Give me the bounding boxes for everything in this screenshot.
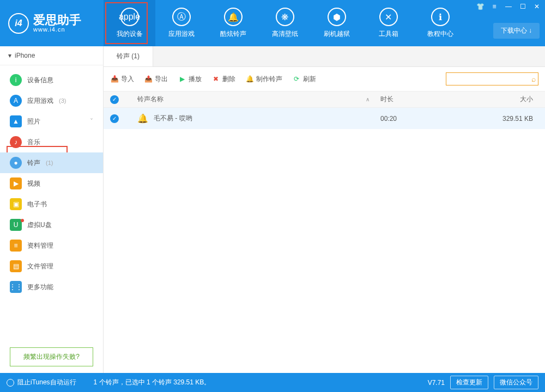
sidebar-item-电子书[interactable]: ▣电子书 — [0, 194, 103, 215]
play-icon: ▶ — [178, 75, 186, 83]
sidebar-icon: ▣ — [10, 198, 22, 210]
device-dropdown[interactable]: ▾ iPhone — [0, 46, 103, 65]
sidebar-icon: i — [10, 74, 22, 86]
skin-icon[interactable]: 👕 — [475, 2, 485, 11]
sidebar-item-虚拟U盘[interactable]: U虚拟U盘 — [0, 215, 103, 235]
tabs: 铃声 (1) — [104, 46, 545, 67]
row-name: 毛不易 - 哎哟 — [154, 114, 192, 123]
sidebar-label: 应用游戏 — [27, 96, 53, 106]
close-icon[interactable]: ✕ — [532, 2, 542, 11]
nav-A[interactable]: Ⓐ应用游戏 — [155, 0, 207, 46]
sidebar-label: 视频 — [27, 179, 40, 188]
faq-button[interactable]: 频繁出现操作失败? — [10, 347, 93, 366]
row-duration: 00:20 — [380, 115, 457, 122]
nav-label: 教程中心 — [427, 29, 453, 39]
table-row[interactable]: ✓🔔毛不易 - 哎哟00:20329.51 KB — [104, 108, 545, 129]
nav-label: 刷机越狱 — [324, 29, 350, 39]
import-icon: 📥 — [110, 75, 119, 83]
search-box[interactable]: ⌕ — [446, 72, 538, 85]
device-name: iPhone — [15, 52, 35, 59]
refresh-button[interactable]: ⟳刷新 — [292, 75, 316, 84]
delete-button[interactable]: ✖删除 — [211, 75, 235, 84]
table-header: ✓ 铃声名称∧ 时长 大小 — [104, 91, 545, 108]
sidebar-icon: ● — [10, 157, 22, 169]
status-bar: 阻止iTunes自动运行 1 个铃声，已选中 1 个铃声 329.51 KB。 … — [0, 373, 545, 392]
nav-i[interactable]: ℹ教程中心 — [414, 0, 466, 46]
sidebar-item-设备信息[interactable]: i设备信息 — [0, 70, 103, 90]
nav-label: 我的设备 — [117, 29, 143, 39]
sidebar-item-照片[interactable]: ▲照片˅ — [0, 111, 103, 132]
nav-flower[interactable]: ❋高清壁纸 — [259, 0, 311, 46]
column-size[interactable]: 大小 — [457, 95, 538, 104]
notification-dot — [21, 219, 24, 222]
wrench-icon: ✕ — [379, 8, 398, 26]
apple-icon: apple — [120, 8, 139, 26]
export-button[interactable]: 📤导出 — [144, 75, 168, 84]
play-button[interactable]: ▶播放 — [178, 75, 202, 84]
A-icon: Ⓐ — [172, 8, 191, 26]
version-label: V7.71 — [428, 379, 445, 387]
menu-icon[interactable]: ≡ — [489, 2, 499, 11]
brand-name: 爱思助手 — [33, 14, 81, 26]
delete-icon: ✖ — [211, 75, 220, 83]
sidebar-icon: ▤ — [10, 260, 22, 272]
nav-wrench[interactable]: ✕工具箱 — [362, 0, 414, 46]
sidebar-item-铃声[interactable]: ●铃声(1) — [0, 152, 103, 173]
search-input[interactable] — [450, 75, 531, 83]
nav-label: 高清壁纸 — [272, 29, 298, 39]
sidebar-item-应用游戏[interactable]: A应用游戏(3) — [0, 90, 103, 111]
refresh-icon: ⟳ — [292, 75, 301, 83]
nav-label: 应用游戏 — [168, 29, 195, 39]
sidebar-count: (3) — [59, 97, 66, 104]
search-icon[interactable]: ⌕ — [531, 75, 536, 83]
app-header: i4 爱思助手 www.i4.cn apple我的设备Ⓐ应用游戏🔔酷炫铃声❋高清… — [0, 0, 545, 46]
sidebar-label: 文件管理 — [27, 262, 53, 271]
select-all-checkbox[interactable]: ✓ — [110, 95, 119, 104]
sidebar-icon: U — [10, 219, 22, 231]
make-ringtone-button[interactable]: 🔔制作铃声 — [245, 75, 282, 84]
sidebar-item-音乐[interactable]: ♪音乐 — [0, 132, 103, 152]
sidebar-label: 资料管理 — [27, 241, 53, 250]
sidebar-icon: ⋮⋮ — [10, 281, 22, 293]
download-center-button[interactable]: 下载中心 ↓ — [493, 23, 540, 39]
sidebar-label: 设备信息 — [27, 76, 53, 85]
sidebar-icon: ♪ — [10, 136, 22, 148]
chevron-down-icon: ▾ — [8, 52, 11, 59]
sidebar: ▾ iPhone i设备信息A应用游戏(3)▲照片˅♪音乐●铃声(1)▶视频▣电… — [0, 46, 104, 373]
logo-icon: i4 — [8, 13, 29, 34]
chevron-down-icon: ˅ — [90, 118, 93, 125]
sidebar-label: 虚拟U盘 — [27, 220, 52, 230]
check-update-button[interactable]: 检查更新 — [450, 376, 488, 389]
wechat-button[interactable]: 微信公众号 — [494, 376, 538, 389]
brand-url: www.i4.cn — [33, 26, 81, 33]
circle-icon — [7, 379, 14, 387]
sidebar-item-资料管理[interactable]: ≡资料管理 — [0, 235, 103, 256]
sidebar-item-更多功能[interactable]: ⋮⋮更多功能 — [0, 277, 103, 297]
export-icon: 📤 — [144, 75, 153, 83]
sidebar-icon: ▶ — [10, 177, 22, 189]
tab-ringtones[interactable]: 铃声 (1) — [104, 46, 153, 66]
minimize-icon[interactable]: — — [504, 2, 513, 11]
nav-bell[interactable]: 🔔酷炫铃声 — [207, 0, 259, 46]
sidebar-label: 铃声 — [27, 158, 40, 168]
nav-label: 酷炫铃声 — [220, 29, 246, 39]
block-itunes-toggle[interactable]: 阻止iTunes自动运行 — [7, 378, 76, 387]
nav-apple[interactable]: apple我的设备 — [104, 0, 155, 46]
sidebar-item-文件管理[interactable]: ▤文件管理 — [0, 256, 103, 277]
sidebar-label: 电子书 — [27, 200, 47, 209]
box-icon: ⬢ — [328, 8, 346, 26]
sidebar-item-视频[interactable]: ▶视频 — [0, 173, 103, 194]
sidebar-icon: A — [10, 95, 22, 107]
sidebar-icon: ▲ — [10, 115, 22, 127]
main-panel: 铃声 (1) 📥导入 📤导出 ▶播放 ✖删除 🔔制作铃声 ⟳刷新 ⌕ ✓ 铃声名… — [104, 46, 545, 373]
maximize-icon[interactable]: ☐ — [518, 2, 528, 11]
sidebar-label: 更多功能 — [27, 283, 53, 292]
flower-icon: ❋ — [276, 8, 294, 26]
column-duration[interactable]: 时长 — [380, 95, 457, 104]
sidebar-label: 音乐 — [27, 138, 40, 147]
selection-status: 1 个铃声，已选中 1 个铃声 329.51 KB。 — [94, 378, 211, 387]
import-button[interactable]: 📥导入 — [110, 75, 134, 84]
column-name[interactable]: 铃声名称∧ — [126, 95, 380, 104]
nav-box[interactable]: ⬢刷机越狱 — [311, 0, 362, 46]
row-checkbox[interactable]: ✓ — [110, 114, 119, 123]
